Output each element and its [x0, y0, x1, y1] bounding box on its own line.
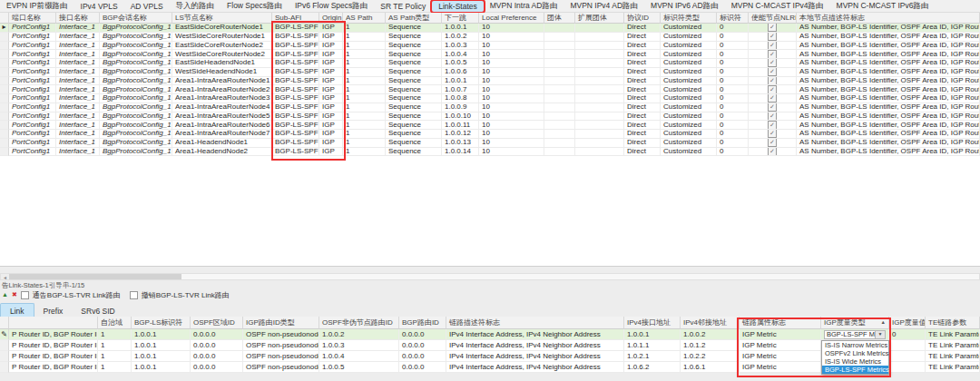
origin-cell[interactable]: IGP — [319, 24, 343, 33]
community-cell[interactable] — [544, 85, 575, 94]
local-preference-cell[interactable]: 10 — [479, 59, 544, 68]
identifier-type-cell[interactable]: Customized — [661, 68, 717, 77]
port-name-cell[interactable]: PortConfig1 — [9, 139, 56, 148]
protocol-id-cell[interactable]: Direct — [624, 50, 661, 59]
ls-node-name-cell[interactable]: WestSideCoreRouterNode2 — [172, 50, 272, 59]
ext-community-cell[interactable] — [575, 103, 624, 112]
column-header-protocol-id[interactable]: 协议ID — [624, 13, 661, 24]
node-nlri-checkbox[interactable]: ✓ — [768, 139, 777, 147]
dropdown-option[interactable]: BGP-LS-SPF Metrics — [822, 366, 888, 374]
next-hop-cell[interactable]: 1.0.0.9 — [442, 103, 479, 112]
port-name-cell[interactable]: PortConfig1 — [9, 59, 56, 68]
ls-node-name-cell[interactable]: Area1-IntraAreaRouterNode5 — [172, 112, 272, 122]
identifier-type-cell[interactable]: Customized — [661, 50, 717, 59]
bgp-session-name-cell[interactable]: BgpProtocolConfig_1 — [100, 24, 172, 33]
origin-cell[interactable]: IGP — [319, 50, 343, 59]
as-path-cell[interactable]: 1 — [343, 77, 386, 86]
protocol-id-cell[interactable]: Direct — [624, 68, 661, 77]
interface-name-cell[interactable]: Interface_1 — [56, 68, 100, 77]
identifier-cell[interactable]: 0 — [717, 59, 749, 68]
identifier-cell[interactable]: 0 — [717, 77, 749, 86]
identifier-type-cell[interactable]: Customized — [661, 121, 717, 130]
next-hop-cell[interactable]: 1.0.0.1 — [442, 77, 479, 86]
bgp-ls-identifier-cell[interactable]: 1.0.0.1 — [132, 362, 191, 373]
as-path-type-cell[interactable]: Sequence — [386, 77, 442, 86]
node-nlri-checkbox[interactable]: ✓ — [768, 94, 777, 103]
ospf-non-pseudonode-router-id-cell[interactable]: 1.0.0.5 — [319, 362, 399, 373]
next-hop-cell[interactable]: 1.0.0.14 — [442, 148, 479, 157]
next-hop-cell[interactable]: 1.0.0.1 — [442, 24, 479, 33]
column-header-bgp-ls-identifier[interactable]: BGP-LS标识符 — [132, 317, 191, 329]
next-hop-cell[interactable]: 1.0.0.12 — [442, 130, 479, 139]
column-header-ext-community[interactable]: 扩展团体 — [575, 13, 624, 24]
ospf-area-id-cell[interactable]: 0.0.0.0 — [191, 362, 243, 373]
next-hop-cell[interactable]: 1.0.0.6 — [442, 68, 479, 77]
ospf-area-id-cell[interactable]: 0.0.0.0 — [191, 351, 243, 362]
igp-metric-value-cell[interactable] — [889, 351, 926, 362]
bgp-router-id-cell[interactable]: 0.0.0.0 — [399, 351, 446, 362]
column-header-te-link-parameters[interactable]: TE链路参数 — [926, 317, 980, 329]
ipv4-neighbor-address-cell[interactable]: 1.0.2.2 — [681, 351, 740, 362]
tab-mvpn-ipv4-ad-[interactable]: MVPN IPv4 AD路由 — [564, 0, 644, 13]
local-node-descriptor-flags-cell[interactable]: AS Number, BGP-LS Identifier, OSPF Area … — [797, 121, 980, 130]
bgp-session-name-cell[interactable]: BgpProtocolConfig_1 — [100, 85, 172, 94]
ls-node-name-cell[interactable]: Area1-IntraAreaRouterNode3 — [172, 94, 272, 103]
local-node-descriptor-flags-cell[interactable]: AS Number, BGP-LS Identifier, OSPF Area … — [797, 130, 980, 139]
protocol-id-cell[interactable]: Direct — [624, 42, 661, 51]
identifier-cell[interactable]: 0 — [717, 121, 749, 130]
protocol-id-cell[interactable]: Direct — [624, 24, 661, 33]
column-header-ipv4-neighbor-address[interactable]: IPv4邻接地址 — [681, 317, 740, 329]
bgp-router-id-cell[interactable]: 0.0.0.0 — [399, 362, 446, 373]
ext-community-cell[interactable] — [575, 24, 624, 33]
node-nlri-checkbox[interactable]: ✓ — [768, 68, 777, 76]
port-name-cell[interactable]: PortConfig1 — [9, 68, 56, 77]
as-path-cell[interactable]: 1 — [343, 121, 386, 130]
origin-cell[interactable]: IGP — [319, 85, 343, 94]
dropdown-option[interactable]: IS-IS Wide Metrics — [822, 357, 888, 366]
sub-afi-cell[interactable]: BGP-LS-SPF — [272, 33, 319, 42]
link-attribute-flags-cell[interactable]: IGP Metric — [740, 351, 821, 362]
origin-cell[interactable]: IGP — [319, 94, 343, 103]
node-nlri-checkbox[interactable]: ✓ — [768, 112, 777, 121]
interface-name-cell[interactable]: Interface_1 — [56, 85, 100, 94]
node-nlri-checkbox[interactable]: ✓ — [768, 42, 777, 50]
ls-node-name-cell[interactable]: WestSideCoreRouterNode1 — [172, 33, 272, 42]
link-descriptor-flags-cell[interactable]: IPv4 Interface Address, IPv4 Neighbor Ad… — [446, 329, 624, 340]
identifier-type-cell[interactable]: Customized — [661, 148, 717, 157]
origin-cell[interactable]: IGP — [319, 103, 343, 112]
tab-evpn-ip-[interactable]: EVPN IP前缀路由 — [0, 0, 74, 13]
column-header-enable-node-nlri[interactable]: 使能节点NLRI — [749, 13, 797, 24]
identifier-type-cell[interactable]: Customized — [661, 42, 717, 51]
local-preference-cell[interactable]: 10 — [479, 112, 544, 122]
column-header-local-node-descriptor-flags[interactable]: 本地节点描述符标志 — [797, 13, 980, 24]
interface-name-cell[interactable]: Interface_1 — [56, 42, 100, 51]
node-nlri-checkbox[interactable]: ✓ — [768, 85, 777, 93]
origin-cell[interactable]: IGP — [319, 33, 343, 42]
node-descriptors-cell[interactable]: P Router ID, BGP Router ID — [9, 351, 98, 362]
as-number-cell[interactable]: 1 — [98, 340, 132, 351]
ext-community-cell[interactable] — [575, 77, 624, 86]
community-cell[interactable] — [544, 42, 575, 51]
tab-link-states[interactable]: Link-States — [432, 1, 484, 12]
community-cell[interactable] — [544, 130, 575, 139]
bgp-session-name-cell[interactable]: BgpProtocolConfig_1 — [100, 121, 172, 130]
bgp-session-name-cell[interactable]: BgpProtocolConfig_1 — [100, 103, 172, 112]
next-hop-cell[interactable]: 1.0.0.2 — [442, 33, 479, 42]
local-preference-cell[interactable]: 10 — [479, 130, 544, 139]
identifier-cell[interactable]: 0 — [717, 33, 749, 42]
te-link-parameters-cell[interactable]: TE Link Paramters — [926, 351, 980, 362]
local-node-descriptor-flags-cell[interactable]: AS Number, BGP-LS Identifier, OSPF Area … — [797, 103, 980, 112]
link-attribute-flags-cell[interactable]: IGP Metric — [740, 329, 821, 340]
bgp-session-name-cell[interactable]: BgpProtocolConfig_1 — [100, 68, 172, 77]
dropdown-option[interactable]: OSPFv2 Link Metrics — [822, 349, 888, 357]
as-path-type-cell[interactable]: Sequence — [386, 148, 442, 157]
ipv4-interface-address-cell[interactable]: 1.0.6.2 — [624, 362, 681, 373]
ls-node-name-cell[interactable]: Area1-IntraAreaRouterNode1 — [172, 77, 272, 86]
local-preference-cell[interactable]: 10 — [479, 103, 544, 112]
next-hop-cell[interactable]: 1.0.0.13 — [442, 139, 479, 148]
ls-node-name-cell[interactable]: Area1-IntraAreaRouterNode6 — [172, 121, 272, 130]
origin-cell[interactable]: IGP — [319, 42, 343, 51]
node-nlri-checkbox[interactable]: ✓ — [768, 148, 777, 156]
as-path-type-cell[interactable]: Sequence — [386, 68, 442, 77]
scroll-left-icon[interactable]: ◂ — [1, 274, 9, 279]
